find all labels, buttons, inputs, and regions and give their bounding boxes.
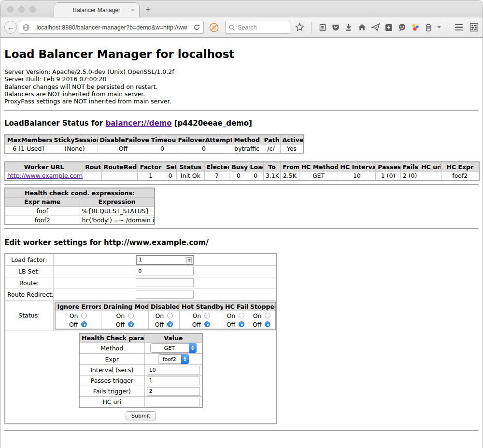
urlbar-separator — [190, 23, 190, 32]
tab-close-icon[interactable]: × — [130, 6, 134, 14]
form-row: HC uri — [79, 397, 202, 407]
route-value — [83, 171, 101, 180]
worker-row: http://www.example.com/ 1 0 Init Ok 7 0 … — [5, 171, 479, 180]
url-text[interactable]: localhost:8880/balancer-manager?b=demo&w… — [36, 24, 187, 31]
content-block-icon[interactable] — [209, 22, 219, 33]
health-check-expressions-table: Health check cond. expressions: Expr nam… — [4, 188, 155, 225]
radio-ignore-errors-off[interactable] — [81, 321, 87, 327]
column-header: StickySession — [52, 135, 98, 144]
chevron-down-icon[interactable] — [437, 26, 441, 29]
globe-icon — [22, 24, 30, 31]
url-bar[interactable]: localhost:8880/balancer-manager?b=demo&w… — [19, 21, 204, 34]
on-label: On — [227, 312, 235, 319]
radio-hot-standby-off[interactable] — [204, 321, 210, 327]
form-row: Route: — [5, 277, 277, 289]
hc-fails-label: Fails trigger) — [79, 386, 144, 397]
column-header: Load — [248, 162, 263, 171]
chat-icon[interactable] — [398, 23, 407, 32]
column-header: Stopped — [248, 302, 276, 311]
balancer-demo-link[interactable]: balancer://demo — [105, 119, 171, 128]
hc-interval-label: Interval (secs) — [79, 365, 144, 376]
radio-hc-fail-off[interactable] — [239, 321, 244, 327]
page-title: Load Balancer Manager for localhost — [4, 38, 479, 60]
worker-status-table: Worker URL Route RouteRedir Factor Set S… — [4, 161, 480, 181]
radio-stopped-off[interactable] — [265, 321, 270, 327]
hc-uri-input[interactable] — [147, 398, 200, 406]
search-box[interactable] — [225, 21, 290, 34]
number-stepper-icon[interactable] — [186, 257, 192, 263]
reading-list-icon[interactable] — [318, 23, 327, 32]
expr-name: foof — [5, 206, 80, 216]
column-header: Passes — [376, 162, 401, 171]
route-redirect-label: Route Redirect: — [5, 289, 53, 300]
hc-passes-input[interactable] — [147, 376, 200, 385]
column-header: RouteRedir — [101, 162, 138, 171]
off-label: Off — [69, 321, 78, 328]
battery-icon[interactable] — [424, 23, 433, 32]
form-row: Expr foof2 — [79, 354, 202, 365]
column-header: To — [263, 162, 280, 171]
status-label: Status: — [5, 300, 53, 331]
column-header: DisableFailover — [98, 135, 149, 144]
radio-draining-mode-off[interactable] — [128, 321, 134, 327]
hc-method-select[interactable]: GET — [150, 343, 197, 353]
grid-icon[interactable] — [469, 23, 479, 32]
busy-value: 0 — [229, 171, 248, 180]
load-factor-input[interactable] — [136, 255, 194, 265]
expr-value: hc('body') =~ /domain is established/ — [80, 216, 155, 225]
window-zoom-button[interactable] — [29, 6, 36, 13]
hc-fails-input[interactable] — [147, 387, 200, 396]
pocket-icon[interactable] — [331, 23, 340, 32]
radio-hc-fail-on[interactable] — [239, 313, 244, 318]
tab-balancer-manager[interactable]: Balancer Manager × — [54, 2, 140, 17]
search-input[interactable] — [238, 24, 287, 31]
bookmark-star-icon[interactable] — [295, 23, 304, 32]
window-controls — [7, 6, 36, 13]
persist-note-line: Balancer changes will NOT be persisted o… — [4, 83, 479, 90]
back-button[interactable]: ← — [4, 21, 17, 34]
proxypass-note-line: ProxyPass settings are NOT inherited fro… — [4, 98, 479, 105]
expr-name: foof2 — [5, 216, 80, 225]
column-header: Draining Mode — [101, 302, 149, 311]
radio-disabled-off[interactable] — [167, 321, 173, 327]
column-header: From — [281, 162, 299, 171]
submit-button[interactable]: Submit — [126, 411, 156, 420]
home-icon[interactable] — [357, 23, 367, 32]
hc-interval-input[interactable] — [147, 366, 200, 375]
off-label: Off — [116, 321, 125, 328]
worker-url-link[interactable]: http://www.example.com/ — [7, 172, 83, 179]
colored-dots-icon[interactable] — [411, 23, 420, 32]
lb-set-input[interactable] — [136, 267, 194, 275]
radio-stopped-on[interactable] — [265, 313, 270, 318]
set-value: 0 — [164, 171, 176, 180]
method-value: bytraffic — [232, 144, 262, 153]
window-minimize-button[interactable] — [18, 6, 25, 13]
hc-expr-select[interactable]: foof2 — [158, 354, 189, 364]
radio-ignore-errors-on[interactable] — [81, 313, 87, 318]
download-box-icon[interactable] — [384, 23, 393, 32]
on-label: On — [116, 312, 125, 319]
edit-worker-heading: Edit worker settings for http://www.exam… — [4, 238, 479, 247]
off-label: Off — [227, 321, 235, 328]
send-icon[interactable] — [371, 23, 380, 32]
column-header: Elected — [204, 162, 229, 171]
radio-disabled-on[interactable] — [167, 313, 173, 318]
reload-icon[interactable] — [193, 24, 200, 31]
table-row: 6 [1 Used] (None) Off 0 0 bytraffic /c/ … — [5, 144, 303, 153]
table-title-row: Health check cond. expressions: — [5, 188, 155, 197]
route-input[interactable] — [136, 278, 194, 287]
downloads-icon[interactable] — [344, 23, 353, 32]
window-close-button[interactable] — [7, 6, 14, 13]
column-header: Disabled — [149, 302, 180, 311]
radio-draining-mode-on[interactable] — [128, 313, 134, 318]
column-header: Fails — [400, 162, 419, 171]
route-redirect-input[interactable] — [136, 290, 194, 299]
new-tab-button[interactable]: + — [145, 4, 151, 15]
form-row: Route Redirect: — [5, 289, 277, 300]
column-header: Timeout — [149, 135, 176, 144]
off-label: Off — [253, 321, 261, 328]
status-heading-prefix: LoadBalancer Status for — [4, 119, 105, 128]
radio-hot-standby-on[interactable] — [204, 313, 210, 318]
passes-value: 1 (0) — [376, 171, 401, 180]
menu-icon[interactable] — [455, 24, 463, 31]
